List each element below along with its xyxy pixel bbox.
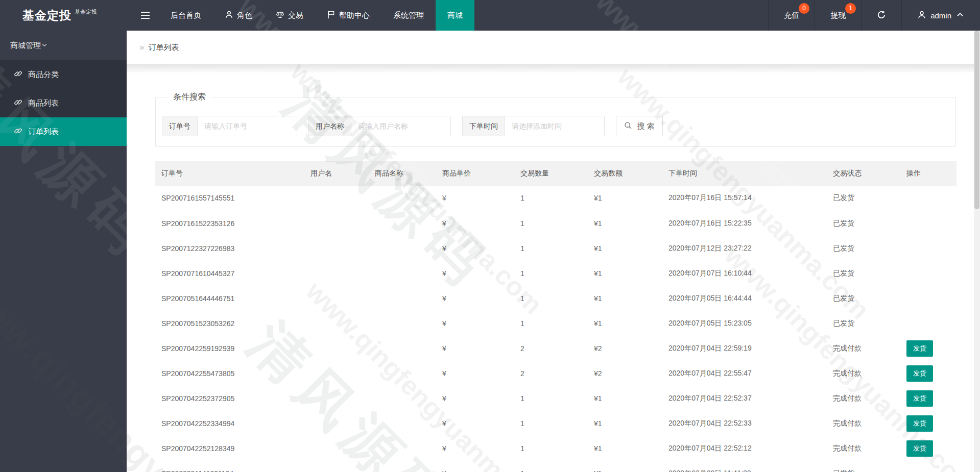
nav-item-roles[interactable]: 角色	[213, 0, 264, 31]
cell-username	[304, 361, 369, 386]
cell-username	[304, 261, 369, 286]
nav-item-trade[interactable]: 交易	[264, 0, 315, 31]
order-time-field-label: 下单时间	[463, 116, 505, 136]
refresh-icon	[877, 10, 886, 21]
nav-item-mall[interactable]: 商城	[436, 0, 474, 31]
order-list-card: 条件搜索 订单号 用户名称 下单时间 搜 索	[127, 72, 980, 472]
search-panel: 条件搜索 订单号 用户名称 下单时间 搜 索	[155, 92, 956, 147]
refresh-button[interactable]	[861, 0, 901, 31]
nav-label: 后台首页	[171, 11, 201, 20]
nav-label: 商城	[447, 11, 463, 20]
sidebar-item-order-list[interactable]: 订单列表	[0, 117, 127, 146]
cell-unit-price: ¥	[436, 211, 514, 236]
search-button[interactable]: 搜 索	[616, 116, 663, 136]
cell-qty: 2	[514, 336, 588, 361]
ship-button[interactable]: 发货	[906, 340, 933, 357]
cell-unit-price: ¥	[436, 411, 514, 436]
cell-status: 已发货	[827, 286, 900, 311]
table-row: SP2007161522353126¥1¥12020年07月16日 15:22:…	[155, 211, 957, 236]
link-icon	[14, 98, 22, 108]
order-time-input[interactable]	[505, 116, 604, 136]
ship-button[interactable]: 发货	[906, 415, 933, 432]
cell-unit-price: ¥	[436, 386, 514, 411]
brand-title: 基金定投	[22, 8, 71, 23]
search-legend: 条件搜索	[168, 92, 211, 103]
cell-qty: 1	[514, 411, 588, 436]
cell-username	[304, 286, 369, 311]
sidebar-item-product-list[interactable]: 商品列表	[0, 89, 127, 117]
cell-qty: 1	[514, 436, 588, 461]
cell-time: 2020年07月04日 22:52:33	[662, 411, 827, 436]
ship-button[interactable]: 发货	[906, 390, 933, 407]
nav-item-dashboard[interactable]: 后台首页	[159, 0, 213, 31]
scrollbar-thumb[interactable]	[974, 31, 979, 209]
cell-action: 发货	[900, 336, 957, 361]
sidebar-group-label: 商城管理	[10, 41, 41, 51]
withdraw-label: 提现	[830, 11, 846, 20]
withdraw-button[interactable]: 提现 1	[815, 0, 861, 31]
order-no-input[interactable]	[198, 116, 297, 136]
cell-time: 2020年03月29日 11:41:22	[662, 461, 827, 472]
cell-unit-price: ¥	[436, 286, 514, 311]
order-time-field-group: 下单时间	[462, 116, 605, 136]
cell-product	[369, 186, 436, 211]
cell-order-no: SP2007051523053262	[155, 311, 304, 336]
navbar-right: 充值 0 提现 1 admin	[768, 0, 980, 31]
cell-status: 完成付款	[827, 361, 900, 386]
cell-product	[369, 436, 436, 461]
ship-button[interactable]: 发货	[906, 440, 933, 457]
nav-label: 角色	[237, 11, 252, 20]
vertical-scrollbar[interactable]	[974, 31, 980, 472]
cell-amount: ¥1	[588, 261, 662, 286]
nav-item-system[interactable]: 系统管理	[381, 0, 436, 31]
sidebar-group-mall-management[interactable]: 商城管理	[0, 31, 127, 60]
cell-username	[304, 311, 369, 336]
cell-qty: 1	[514, 186, 588, 211]
nav-label: 交易	[288, 11, 303, 20]
cell-action: 发货	[900, 436, 957, 461]
cell-status: 完成付款	[827, 436, 900, 461]
flag-icon	[327, 10, 336, 20]
recharge-button[interactable]: 充值 0	[768, 0, 815, 31]
cell-product	[369, 336, 436, 361]
cell-amount: ¥1	[588, 286, 662, 311]
col-status: 交易状态	[827, 161, 900, 186]
nav-item-help[interactable]: 帮助中心	[315, 0, 381, 31]
cell-action	[900, 261, 957, 286]
table-row: SP2003291141221124¥1¥12020年03月29日 11:41:…	[155, 461, 957, 472]
cell-status: 已发货	[827, 236, 900, 261]
user-menu[interactable]: admin	[901, 0, 980, 31]
col-qty: 交易数量	[514, 161, 588, 186]
main-nav: 后台首页 角色 交易 帮助中心 系统管理 商城	[159, 0, 474, 31]
table-row: SP2007042255473805¥2¥22020年07月04日 22:55:…	[155, 361, 957, 386]
cell-product	[369, 461, 436, 472]
cell-product	[369, 311, 436, 336]
nav-label: 帮助中心	[339, 11, 370, 20]
link-icon	[14, 69, 22, 80]
menu-toggle-icon[interactable]	[132, 0, 159, 31]
sidebar: 商城管理 商品分类 商品列表 订单列表	[0, 31, 127, 472]
sidebar-item-label: 商品列表	[28, 98, 59, 108]
cell-product	[369, 211, 436, 236]
cell-action	[900, 186, 957, 211]
username-input[interactable]	[351, 116, 450, 136]
sidebar-item-product-category[interactable]: 商品分类	[0, 60, 127, 89]
cell-action	[900, 236, 957, 261]
table-row: SP2007071610445327¥1¥12020年07月07日 16:10:…	[155, 261, 957, 286]
brand-logo[interactable]: 基金定投 基金定投	[0, 0, 127, 31]
cell-status: 已发货	[827, 186, 900, 211]
sidebar-item-label: 订单列表	[28, 127, 59, 137]
cell-action	[900, 461, 957, 472]
cell-status: 已发货	[827, 461, 900, 472]
col-time: 下单时间	[662, 161, 827, 186]
cell-unit-price: ¥	[436, 261, 514, 286]
order-no-field-label: 订单号	[162, 116, 198, 136]
cell-time: 2020年07月07日 16:10:44	[662, 261, 827, 286]
ship-button[interactable]: 发货	[906, 365, 933, 382]
recharge-badge: 0	[799, 3, 809, 14]
cell-qty: 1	[514, 311, 588, 336]
cell-unit-price: ¥	[436, 311, 514, 336]
cell-time: 2020年07月04日 22:52:37	[662, 386, 827, 411]
cell-time: 2020年07月05日 16:44:44	[662, 286, 827, 311]
username-field-label: 用户名称	[309, 116, 351, 136]
